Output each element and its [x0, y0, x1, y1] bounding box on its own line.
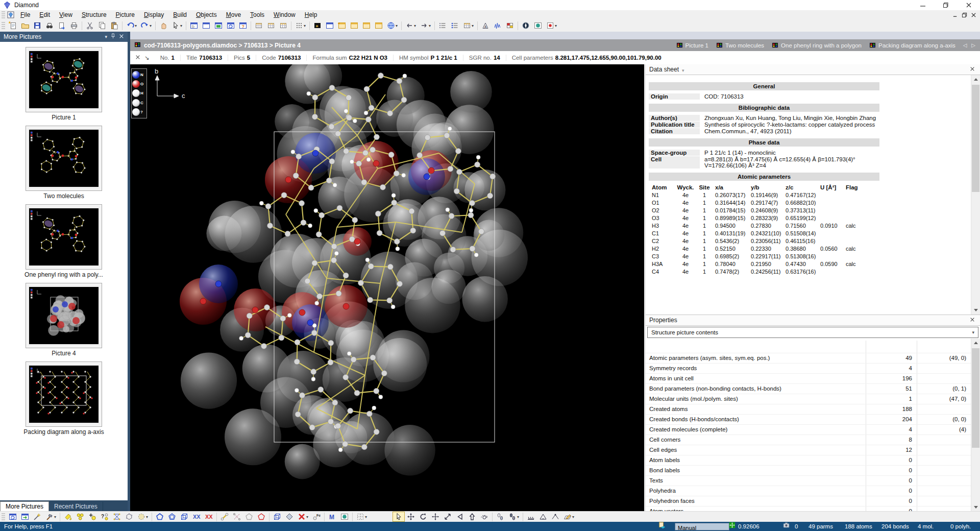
legend-O[interactable]: O [132, 80, 146, 88]
properties-scrollbar[interactable] [971, 339, 980, 512]
picture-tab-1[interactable]: Picture 1 [676, 42, 708, 49]
status-mode-field[interactable]: Manual [675, 523, 729, 530]
copy-picture-icon[interactable] [348, 20, 360, 32]
add-all-atoms-icon[interactable] [74, 512, 86, 522]
properties-close-icon[interactable] [968, 317, 976, 324]
grid-icon-dropdown[interactable]: ▾ [365, 515, 369, 519]
data-sheet-scrollbar[interactable] [971, 75, 980, 315]
new-picture-icon[interactable]: * [336, 20, 348, 32]
legend-H[interactable]: H [132, 89, 146, 98]
menu-edit[interactable]: Edit [35, 11, 55, 19]
remove-hbonds-icon[interactable]: XX [203, 512, 215, 522]
duplicate-picture-icon[interactable] [360, 20, 373, 32]
restore-button[interactable] [934, 0, 957, 10]
viewport-icon[interactable] [532, 20, 544, 32]
drag-molecule-icon[interactable] [494, 512, 506, 522]
globe-view-icon-dropdown[interactable]: ▾ [396, 23, 400, 28]
redo-icon-dropdown[interactable]: ▾ [150, 23, 154, 28]
destroy-icon-dropdown[interactable]: ▾ [306, 515, 310, 519]
assistant-wand-icon[interactable] [31, 512, 43, 522]
picture-window-icon[interactable] [212, 20, 225, 32]
picture-thumbnail-1[interactable]: Picture 1 [23, 47, 105, 121]
menu-window[interactable]: Window [269, 11, 300, 19]
picture-gallery-icon[interactable] [373, 20, 385, 32]
new-window-icon[interactable] [200, 20, 212, 32]
menu-picture[interactable]: Picture [111, 11, 139, 19]
rotate-mode-icon[interactable] [417, 512, 429, 522]
distances-table-icon[interactable] [265, 20, 277, 32]
update-picture-icon[interactable] [7, 512, 19, 522]
material-icon[interactable]: M [326, 512, 338, 522]
translate-mode-icon[interactable] [429, 512, 442, 522]
tab-scroll-arrows[interactable]: ◁ ▷ [963, 42, 977, 48]
diagram-icon[interactable]: A [479, 20, 492, 32]
cut-icon[interactable] [84, 20, 96, 32]
molecules-icon[interactable] [123, 512, 135, 522]
picture-thumbnail-4[interactable]: Picture 4 [23, 283, 105, 357]
help-window-icon[interactable]: ? [237, 20, 249, 32]
close-datasheet-icon[interactable] [135, 55, 140, 61]
coordination-sphere-icon-dropdown[interactable]: ▾ [146, 515, 150, 519]
complete-fragments-icon[interactable]: ? [99, 512, 111, 522]
atom-design-icon[interactable]: Fe [310, 512, 323, 522]
copy-icon[interactable] [96, 20, 108, 32]
move-mode-icon[interactable] [405, 512, 417, 522]
menu-structure[interactable]: Structure [77, 11, 111, 19]
legend-N[interactable]: N [132, 70, 146, 79]
structure-3d-viewport[interactable]: b c NOHC? [130, 64, 644, 512]
create-bond-icon[interactable] [218, 512, 231, 522]
close-button[interactable] [957, 0, 980, 10]
orientation-icon[interactable] [520, 20, 532, 32]
sidebar-tab-recent-pictures[interactable]: Recent Pictures [49, 502, 103, 512]
apply-scheme-icon[interactable] [19, 512, 31, 522]
mdi-minimize-button[interactable] [950, 11, 960, 19]
polygon-filled-icon[interactable] [166, 512, 178, 522]
expand-icon[interactable]: ↘ [144, 54, 150, 61]
menu-tools[interactable]: Tools [246, 11, 269, 19]
data-sheet-close-icon[interactable] [968, 66, 976, 73]
mdi-restore-button[interactable] [960, 11, 969, 19]
presentation-icon[interactable]: » [311, 20, 324, 32]
measure-angle-icon[interactable] [537, 512, 549, 522]
panel-pin-icon[interactable] [110, 33, 116, 40]
menu-file[interactable]: File [16, 11, 35, 19]
remove-contacts-icon[interactable]: XX [190, 512, 203, 522]
cage-icon[interactable] [178, 512, 190, 522]
panel-close-icon[interactable] [119, 33, 124, 40]
legend-C[interactable]: C [132, 99, 146, 107]
menu-objects[interactable]: Objects [191, 11, 222, 19]
menu-help[interactable]: Help [300, 11, 322, 19]
picture-thumbnail-2[interactable]: Two molecules [23, 126, 105, 200]
select-mode-icon[interactable] [393, 512, 405, 522]
minimize-button[interactable] [911, 0, 934, 10]
active-document-tab[interactable]: cod-7106313-polygons.diamdoc > 7106313 >… [130, 41, 306, 50]
picture-tab-4[interactable]: Packing diagram along a-axis [869, 42, 955, 49]
print-icon[interactable] [68, 20, 80, 32]
sketch-plane-icon-dropdown[interactable]: ▾ [572, 515, 576, 519]
polyhedron-icon[interactable] [283, 512, 296, 522]
photorealistic-icon[interactable] [338, 512, 351, 522]
navigate-forward-icon-dropdown[interactable]: ▾ [429, 23, 433, 28]
tracking-icon-dropdown[interactable]: ▾ [555, 23, 559, 28]
menu-build[interactable]: Build [168, 11, 191, 19]
legend-unknown[interactable]: ? [132, 108, 146, 116]
ring-red-icon[interactable] [255, 512, 267, 522]
menu-move[interactable]: Move [222, 11, 246, 19]
data-sheet-icon[interactable] [253, 20, 265, 32]
unit-cell-icon[interactable] [271, 512, 283, 522]
update-window-icon[interactable] [225, 20, 237, 32]
more-pictures-header[interactable]: More Pictures ▾ [0, 32, 128, 42]
menu-view[interactable]: View [55, 11, 77, 19]
toolbar-grip[interactable] [2, 513, 5, 520]
records-view-icon[interactable] [449, 20, 461, 32]
sidebar-tab-more-pictures[interactable]: More Pictures [0, 501, 49, 512]
navigation-window-icon[interactable] [188, 20, 200, 32]
export-icon[interactable] [56, 20, 68, 32]
data-sheet-caret-icon[interactable]: ▾ [682, 68, 684, 73]
new-document-icon[interactable]: * [7, 20, 19, 32]
picture-tab-3[interactable]: One phenyl ring with a polygon [772, 42, 862, 49]
powder-pattern-icon[interactable] [492, 20, 504, 32]
properties-selector-dropdown[interactable]: Structure picture contents ▾ [647, 327, 978, 338]
add-atom-icon[interactable] [86, 512, 99, 522]
open-icon[interactable] [19, 20, 31, 32]
